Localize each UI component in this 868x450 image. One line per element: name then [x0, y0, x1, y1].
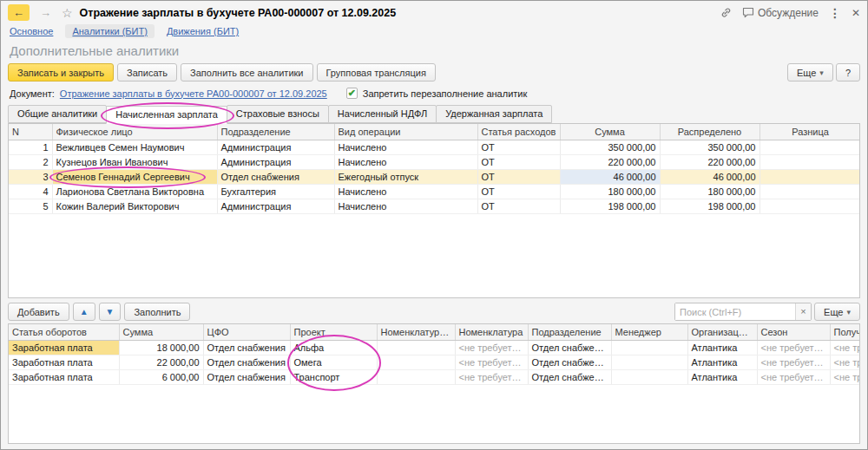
- table-row[interactable]: 3Семенов Геннадий СергеевичОтдел снабжен…: [9, 169, 860, 184]
- cell[interactable]: ОТ: [477, 199, 560, 213]
- cell[interactable]: 198 000,00: [560, 199, 660, 213]
- cell[interactable]: [611, 355, 687, 369]
- more-button[interactable]: Еще ▾: [787, 63, 833, 82]
- cell[interactable]: [377, 355, 455, 369]
- cell[interactable]: 22 000,00: [119, 355, 203, 369]
- table-row[interactable]: 4Ларионова Светлана ВикторовнаБухгалтери…: [9, 184, 860, 199]
- cell[interactable]: Заработная плата: [9, 355, 119, 369]
- column-header[interactable]: ЦФО: [203, 324, 290, 340]
- column-header[interactable]: Вид операции: [334, 124, 477, 140]
- tab-common-analytics[interactable]: Общие аналитики: [8, 105, 107, 123]
- cell[interactable]: Кожин Валерий Викторович: [52, 199, 217, 213]
- cell[interactable]: <не требуется>: [757, 369, 830, 384]
- nav-link-main[interactable]: Основное: [10, 26, 53, 36]
- fill-button[interactable]: Заполнить: [124, 303, 190, 321]
- cell[interactable]: Ларионова Светлана Викторовна: [52, 184, 217, 199]
- cell[interactable]: 5: [9, 199, 52, 213]
- cell[interactable]: 350 000,00: [660, 140, 760, 154]
- cell[interactable]: [377, 369, 455, 384]
- move-down-button[interactable]: ▼: [99, 303, 122, 321]
- column-header[interactable]: Подразделение: [217, 124, 334, 140]
- cell[interactable]: Отдел снабжения: [203, 369, 290, 384]
- cell[interactable]: Транспорт: [290, 369, 377, 384]
- cell[interactable]: 180 000,00: [560, 184, 660, 199]
- column-header[interactable]: Получат…: [830, 324, 860, 340]
- cell[interactable]: Начислено: [334, 199, 477, 213]
- nav-link-movements-bit[interactable]: Движения (БИТ): [167, 26, 239, 36]
- table-row[interactable]: 5Кожин Валерий ВикторовичАдминистрацияНа…: [9, 199, 860, 213]
- cell[interactable]: Семенов Геннадий Сергеевич: [52, 169, 217, 184]
- cell[interactable]: Администрация: [217, 199, 334, 213]
- fill-all-analytics-button[interactable]: Заполнить все аналитики: [181, 63, 312, 82]
- cell[interactable]: Отдел снабжения: [217, 169, 334, 184]
- cell[interactable]: [760, 199, 860, 213]
- cell[interactable]: <не требуется>: [757, 340, 830, 355]
- save-and-close-button[interactable]: Записать и закрыть: [8, 63, 114, 82]
- cell[interactable]: <не требуется>: [830, 355, 860, 369]
- group-translation-button[interactable]: Групповая трансляция: [317, 63, 436, 82]
- cell[interactable]: Бухгалтерия: [217, 184, 334, 199]
- tab-accrued-ndfl[interactable]: Начисленный НДФЛ: [328, 105, 437, 123]
- column-header[interactable]: Номенклатура: [455, 324, 528, 340]
- cell[interactable]: Атлантика: [687, 340, 757, 355]
- table-row[interactable]: Заработная плата6 000,00Отдел снабженияТ…: [9, 369, 860, 384]
- cell[interactable]: <не требуется>: [455, 369, 528, 384]
- cell[interactable]: <не требуется>: [455, 355, 528, 369]
- close-icon[interactable]: ✕: [852, 7, 860, 19]
- cell[interactable]: Заработная плата: [9, 369, 119, 384]
- cell[interactable]: 4: [9, 184, 52, 199]
- column-header[interactable]: Подразделение: [528, 324, 611, 340]
- copy-link-icon[interactable]: [720, 7, 732, 18]
- cell[interactable]: [377, 340, 455, 355]
- cell[interactable]: 46 000,00: [660, 169, 760, 184]
- table-row[interactable]: Заработная плата18 000,00Отдел снабжения…: [9, 340, 860, 355]
- column-header[interactable]: Номенклатурная гру…: [377, 324, 455, 340]
- cell[interactable]: 18 000,00: [119, 340, 203, 355]
- cell[interactable]: Атлантика: [687, 355, 757, 369]
- document-link[interactable]: Отражение зарплаты в бухучете РА00-00000…: [60, 88, 327, 99]
- add-button[interactable]: Добавить: [8, 303, 69, 321]
- column-header[interactable]: Менеджер: [611, 324, 687, 340]
- cell[interactable]: [760, 154, 860, 169]
- cell[interactable]: 198 000,00: [660, 199, 760, 213]
- cell[interactable]: ОТ: [477, 169, 560, 184]
- cell[interactable]: Кузнецов Иван Иванович: [52, 154, 217, 169]
- cell[interactable]: [760, 169, 860, 184]
- favorite-star-icon[interactable]: ☆: [62, 6, 73, 20]
- clear-search-icon[interactable]: ×: [795, 303, 811, 320]
- back-button[interactable]: ←: [8, 4, 30, 21]
- forward-button[interactable]: →: [35, 4, 56, 21]
- cell[interactable]: Администрация: [217, 154, 334, 169]
- nav-link-analytics-bit[interactable]: Аналитики (БИТ): [65, 24, 154, 38]
- cell[interactable]: <не требуется>: [455, 340, 528, 355]
- cell[interactable]: Альфа: [290, 340, 377, 355]
- cell[interactable]: Ежегодный отпуск: [334, 169, 477, 184]
- cell[interactable]: Омега: [290, 355, 377, 369]
- cell[interactable]: [760, 184, 860, 199]
- cell[interactable]: 46 000,00: [560, 169, 660, 184]
- cell[interactable]: 220 000,00: [660, 154, 760, 169]
- column-header[interactable]: Разница: [760, 124, 860, 140]
- cell[interactable]: Вежливцев Семен Наумович: [52, 140, 217, 154]
- cell[interactable]: Отдел снабжения: [528, 340, 611, 355]
- table-row[interactable]: 2Кузнецов Иван ИвановичАдминистрацияНачи…: [9, 154, 860, 169]
- table-row[interactable]: 1Вежливцев Семен НаумовичАдминистрацияНа…: [9, 140, 860, 154]
- column-header[interactable]: Проект: [290, 324, 377, 340]
- cell[interactable]: Начислено: [334, 140, 477, 154]
- column-header[interactable]: N: [9, 124, 52, 140]
- cell[interactable]: 2: [9, 154, 52, 169]
- cell[interactable]: Заработная плата: [9, 340, 119, 355]
- help-button[interactable]: ?: [836, 63, 860, 82]
- tab-withheld-salary[interactable]: Удержанная зарплата: [436, 105, 552, 123]
- cell[interactable]: Отдел снабжения: [203, 355, 290, 369]
- cell[interactable]: ОТ: [477, 184, 560, 199]
- cell[interactable]: Начислено: [334, 154, 477, 169]
- cell[interactable]: 6 000,00: [119, 369, 203, 384]
- cell[interactable]: Начислено: [334, 184, 477, 199]
- cell[interactable]: [611, 340, 687, 355]
- column-header[interactable]: Сезон: [757, 324, 830, 340]
- column-header[interactable]: Физическое лицо: [52, 124, 217, 140]
- cell[interactable]: <не требуется>: [830, 369, 860, 384]
- tab-insurance-contributions[interactable]: Страховые взносы: [227, 105, 329, 123]
- save-button[interactable]: Записать: [117, 63, 177, 82]
